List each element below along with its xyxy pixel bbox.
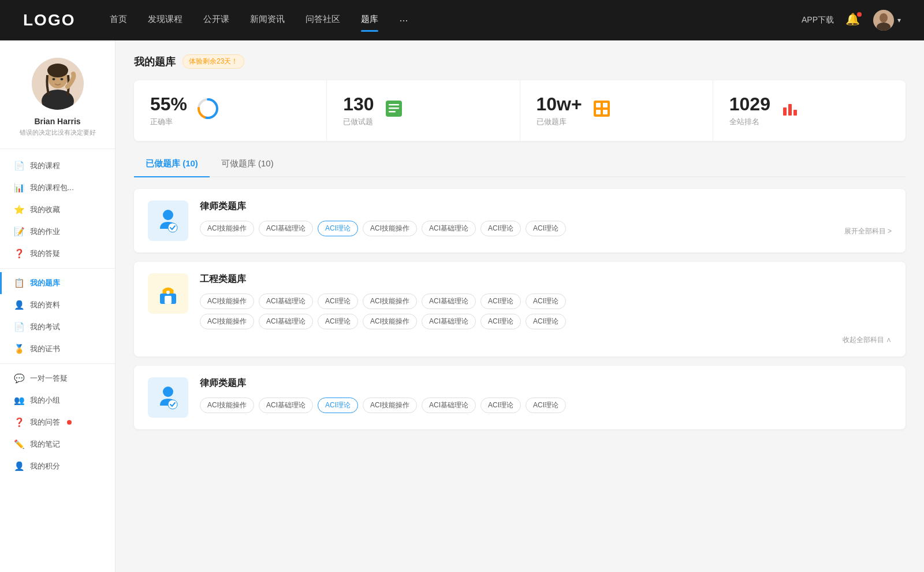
law2-tag-4[interactable]: ACI技能操作 [363, 398, 417, 413]
svg-rect-13 [389, 104, 399, 106]
collapse-link-engineer[interactable]: 收起全部科目 ∧ [843, 335, 892, 345]
eng-tag-2-5[interactable]: ACI基础理论 [422, 314, 476, 329]
law2-tag-6[interactable]: ACI理论 [480, 398, 521, 413]
eng-tag-2-6[interactable]: ACI理论 [480, 314, 521, 329]
svg-rect-22 [788, 104, 792, 116]
sidebar-item-group[interactable]: 👥 我的小组 [0, 389, 115, 411]
stat-accuracy: 55% 正确率 [134, 80, 327, 141]
law2-tag-5[interactable]: ACI基础理论 [422, 398, 476, 413]
course-icon: 📄 [14, 161, 24, 171]
sidebar-item-exam[interactable]: 📄 我的考试 [0, 316, 115, 338]
favorites-icon: ⭐ [14, 205, 24, 215]
law2-tag-1[interactable]: ACI技能操作 [200, 398, 254, 413]
bank-card-lawyer-1: 律师类题库 ACI技能操作 ACI基础理论 ACI理论 ACI技能操作 ACI基… [134, 189, 906, 252]
lawyer-bank-name-1: 律师类题库 [200, 200, 892, 213]
logo[interactable]: LOGO [23, 11, 75, 29]
svg-rect-18 [603, 103, 608, 107]
sidebar-item-favorites[interactable]: ⭐ 我的收藏 [0, 199, 115, 221]
profile-icon: 👤 [14, 300, 24, 310]
certificate-icon: 🏅 [14, 344, 24, 354]
nav-home[interactable]: 首页 [110, 14, 127, 27]
bank-footer-engineer: 收起全部科目 ∧ [148, 335, 892, 345]
sidebar-item-profile[interactable]: 👤 我的资料 [0, 294, 115, 316]
stat-ranking-label: 全站排名 [729, 117, 770, 127]
eng-tag-2-3[interactable]: ACI理论 [318, 314, 358, 329]
tag-1-2[interactable]: ACI基础理论 [259, 221, 313, 236]
engineer-bank-tags-row2: ACI技能操作 ACI基础理论 ACI理论 ACI技能操作 ACI基础理论 AC… [200, 314, 892, 329]
law2-tag-3[interactable]: ACI理论 [318, 398, 358, 413]
svg-point-7 [52, 78, 55, 80]
sidebar-item-notes[interactable]: ✏️ 我的笔记 [0, 433, 115, 455]
stat-done-banks-value: 10w+ [536, 94, 582, 114]
eng-tag-2-4[interactable]: ACI技能操作 [363, 314, 417, 329]
one-on-one-icon: 💬 [14, 373, 24, 384]
tab-done-banks[interactable]: 已做题库 (10) [134, 153, 210, 176]
sidebar-item-my-qa[interactable]: ❓ 我的问答 [0, 411, 115, 433]
avatar [873, 10, 894, 31]
eng-tag-1-7[interactable]: ACI理论 [526, 294, 566, 309]
question-bank-icon: 📋 [14, 278, 24, 288]
sidebar-item-course[interactable]: 📄 我的课程 [0, 155, 115, 177]
nav-discover[interactable]: 发现课程 [148, 14, 182, 27]
svg-point-30 [168, 400, 177, 409]
tag-1-4[interactable]: ACI技能操作 [363, 221, 417, 236]
nav-question-bank[interactable]: 题库 [361, 14, 378, 27]
sidebar-item-one-on-one[interactable]: 💬 一对一答疑 [0, 367, 115, 389]
lawyer-bank-tags-2: ACI技能操作 ACI基础理论 ACI理论 ACI技能操作 ACI基础理论 AC… [200, 398, 566, 413]
bank-card-engineer: 工程类题库 ACI技能操作 ACI基础理论 ACI理论 ACI技能操作 ACI基… [134, 262, 906, 356]
eng-tag-1-6[interactable]: ACI理论 [480, 294, 521, 309]
stat-ranking: 1029 全站排名 [713, 80, 906, 141]
tag-1-1[interactable]: ACI技能操作 [200, 221, 254, 236]
main-wrapper: Brian Harris 错误的决定比没有决定要好 📄 我的课程 📊 我的课程包… [0, 40, 924, 572]
nav-news[interactable]: 新闻资讯 [250, 14, 285, 27]
sidebar-item-question-bank[interactable]: 📋 我的题库 [0, 272, 115, 294]
lawyer-bank-icon-1 [148, 200, 188, 241]
eng-tag-1-1[interactable]: ACI技能操作 [200, 294, 254, 309]
chevron-down-icon: ▾ [897, 16, 901, 24]
stat-done-questions-value: 130 [343, 94, 374, 114]
sidebar-item-points[interactable]: 👤 我的积分 [0, 455, 115, 477]
sidebar-item-homework[interactable]: 📝 我的作业 [0, 221, 115, 243]
grid-icon [591, 98, 612, 123]
eng-tag-2-7[interactable]: ACI理论 [526, 314, 566, 329]
exam-icon: 📄 [14, 322, 24, 332]
profile-avatar [32, 58, 84, 110]
expand-link-1[interactable]: 展开全部科目 > [844, 224, 892, 236]
svg-point-24 [163, 210, 173, 220]
svg-point-29 [163, 387, 173, 397]
tag-1-6[interactable]: ACI理论 [480, 221, 521, 236]
user-avatar-menu[interactable]: ▾ [873, 10, 901, 31]
profile-name: Brian Harris [34, 117, 80, 126]
nav-qa[interactable]: 问答社区 [305, 14, 340, 27]
notification-bell[interactable]: 🔔 [845, 12, 862, 28]
eng-tag-1-4[interactable]: ACI技能操作 [363, 294, 417, 309]
stat-ranking-value: 1029 [729, 94, 770, 114]
eng-tag-1-2[interactable]: ACI基础理论 [259, 294, 313, 309]
sidebar-divider-2 [0, 363, 115, 364]
svg-rect-23 [793, 110, 797, 116]
tabs-row: 已做题库 (10) 可做题库 (10) [134, 153, 906, 177]
bank-card-lawyer-2: 律师类题库 ACI技能操作 ACI基础理论 ACI理论 ACI技能操作 ACI基… [134, 366, 906, 429]
eng-tag-2-1[interactable]: ACI技能操作 [200, 314, 254, 329]
sidebar-item-certificate[interactable]: 🏅 我的证书 [0, 338, 115, 360]
app-download-link[interactable]: APP下载 [802, 15, 834, 25]
svg-rect-15 [389, 111, 396, 113]
tag-1-7[interactable]: ACI理论 [526, 221, 566, 236]
law2-tag-7[interactable]: ACI理论 [526, 398, 566, 413]
tab-available-banks[interactable]: 可做题库 (10) [210, 153, 285, 176]
lawyer-bank-icon-2 [148, 377, 188, 418]
profile-section: Brian Harris 错误的决定比没有决定要好 [0, 58, 115, 149]
notes-icon: ✏️ [14, 439, 24, 450]
law2-tag-2[interactable]: ACI基础理论 [259, 398, 313, 413]
eng-tag-2-2[interactable]: ACI基础理论 [259, 314, 313, 329]
sidebar-item-qa[interactable]: ❓ 我的答疑 [0, 243, 115, 265]
nav-open-course[interactable]: 公开课 [203, 14, 229, 27]
eng-tag-1-3[interactable]: ACI理论 [318, 294, 358, 309]
sidebar-item-course-package[interactable]: 📊 我的课程包... [0, 177, 115, 199]
course-package-icon: 📊 [14, 183, 24, 193]
eng-tag-1-5[interactable]: ACI基础理论 [422, 294, 476, 309]
tag-1-5[interactable]: ACI基础理论 [422, 221, 476, 236]
svg-rect-17 [596, 103, 601, 107]
nav-more[interactable]: ··· [399, 14, 408, 27]
tag-1-3[interactable]: ACI理论 [318, 221, 358, 236]
